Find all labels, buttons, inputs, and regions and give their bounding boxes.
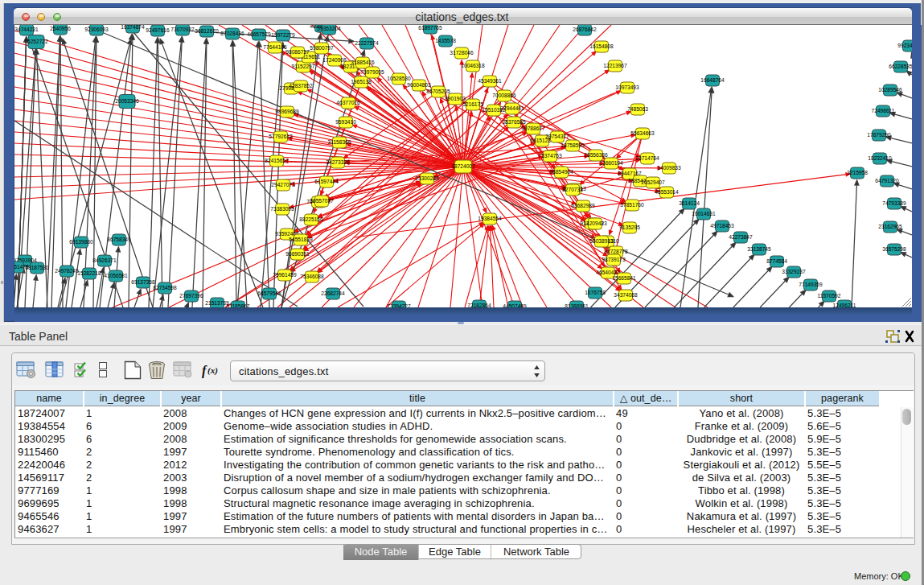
svg-text:21513739: 21513739 (205, 300, 229, 306)
svg-text:32944441: 32944441 (500, 105, 524, 111)
svg-text:8901903: 8901903 (445, 96, 466, 101)
svg-text:30557077: 30557077 (310, 198, 334, 204)
svg-text:26876842: 26876842 (573, 27, 597, 32)
svg-text:86758349: 86758349 (107, 237, 131, 242)
svg-text:16014631: 16014631 (692, 211, 716, 216)
svg-text:59353204: 59353204 (317, 26, 341, 31)
svg-text:79979095: 79979095 (360, 69, 384, 75)
svg-text:64791320: 64791320 (875, 178, 899, 183)
svg-text:77149359: 77149359 (799, 282, 823, 287)
svg-text:91152297: 91152297 (292, 64, 315, 69)
svg-text:1076758: 1076758 (585, 290, 606, 295)
svg-text:49718453: 49718453 (710, 223, 734, 229)
svg-text:75346088: 75346088 (300, 274, 324, 279)
svg-text:85705205: 85705205 (426, 89, 450, 94)
svg-text:59800797: 59800797 (310, 45, 334, 51)
svg-text:22227574: 22227574 (355, 40, 379, 46)
svg-text:18232410: 18232410 (868, 155, 892, 161)
svg-text:66579548: 66579548 (257, 290, 281, 296)
svg-text:46540424: 46540424 (596, 270, 620, 275)
svg-text:36812670: 36812670 (195, 28, 219, 34)
svg-text:13660194: 13660194 (599, 160, 623, 166)
svg-text:92306093: 92306093 (84, 27, 109, 32)
svg-text:73070937: 73070937 (170, 27, 195, 32)
svg-text:98086737: 98086737 (285, 49, 310, 55)
svg-text:98739173: 98739173 (602, 257, 626, 262)
svg-text:22682744: 22682744 (321, 290, 345, 296)
svg-text:8270733: 8270733 (562, 187, 583, 192)
svg-text:3215958: 3215958 (847, 170, 868, 175)
svg-text:99234974: 99234974 (897, 43, 912, 48)
svg-text:26714784: 26714784 (635, 155, 659, 161)
svg-text:46377076: 46377076 (336, 100, 360, 105)
svg-text:74793389: 74793389 (882, 200, 906, 206)
svg-text:33138745: 33138745 (747, 246, 771, 252)
svg-text:10528530: 10528530 (387, 76, 411, 81)
svg-text:42837852: 42837852 (289, 83, 313, 89)
svg-text:31885476: 31885476 (351, 60, 375, 65)
svg-text:19384554: 19384554 (478, 216, 502, 221)
svg-text:84926371: 84926371 (92, 257, 117, 263)
svg-text:8774584: 8774584 (766, 258, 787, 264)
svg-text:63682989: 63682989 (571, 203, 595, 208)
svg-text:68187530: 68187530 (25, 265, 49, 270)
svg-text:79961459: 79961459 (273, 272, 297, 278)
svg-text:10289546: 10289546 (878, 87, 902, 93)
svg-text:14009833: 14009833 (657, 165, 681, 171)
svg-text:73383095: 73383095 (270, 206, 294, 212)
svg-text:1435578: 1435578 (435, 38, 456, 43)
svg-text:96690391: 96690391 (285, 251, 310, 257)
svg-text:34744231: 34744231 (14, 27, 39, 32)
svg-text:15972279: 15972279 (271, 32, 295, 38)
svg-text:73374753: 73374753 (538, 153, 562, 159)
svg-text:69137358: 69137358 (131, 279, 155, 285)
svg-text:66228535: 66228535 (889, 64, 912, 69)
svg-text:17240908: 17240908 (322, 57, 347, 63)
svg-text:75252722: 75252722 (24, 39, 48, 44)
svg-text:82734598: 82734598 (153, 285, 177, 290)
svg-text:55038913: 55038913 (589, 238, 614, 244)
svg-text:11570592: 11570592 (818, 293, 841, 299)
svg-text:69139880: 69139880 (69, 239, 93, 245)
svg-text:18758595: 18758595 (561, 142, 585, 148)
svg-text:9135295: 9135295 (619, 225, 640, 230)
svg-text:54551839: 54551839 (289, 237, 313, 242)
svg-text:15282218: 15282218 (77, 270, 101, 276)
svg-text:10046318: 10046318 (461, 63, 485, 68)
svg-text:7485063: 7485063 (627, 106, 648, 112)
svg-text:23162965: 23162965 (878, 224, 902, 229)
svg-text:12213967: 12213967 (603, 63, 627, 68)
svg-text:42273847: 42273847 (729, 234, 753, 240)
svg-text:33329237: 33329237 (782, 269, 806, 274)
svg-text:34273328: 34273328 (326, 159, 350, 165)
svg-text:45349361: 45349361 (478, 78, 502, 84)
svg-text:1965138: 1965138 (351, 79, 372, 84)
svg-text:f: f (202, 364, 207, 378)
svg-text:18724007: 18724007 (451, 163, 475, 169)
svg-text:34374088: 34374088 (614, 292, 638, 298)
svg-text:98969689: 98969689 (275, 109, 299, 114)
svg-text:82415657: 82415657 (265, 158, 289, 163)
svg-text:9593410: 9593410 (335, 119, 356, 125)
svg-text:10973493: 10973493 (615, 84, 639, 90)
svg-text:29754377: 29754377 (545, 134, 569, 139)
svg-text:90788677: 90788677 (521, 126, 545, 131)
svg-text:26529407: 26529407 (641, 179, 665, 185)
svg-text:14209423: 14209423 (583, 220, 607, 226)
svg-text:96004803: 96004803 (407, 82, 431, 88)
svg-text:87728778: 87728778 (604, 249, 628, 254)
svg-text:87028436: 87028436 (220, 31, 244, 36)
svg-text:27697396: 27697396 (179, 293, 203, 299)
svg-text:5216175: 5216175 (462, 101, 483, 107)
svg-text:2540956: 2540956 (50, 26, 71, 31)
svg-text:70008866: 70008866 (492, 93, 516, 98)
svg-text:16648764: 16648764 (700, 77, 725, 83)
svg-text:55634663: 55634663 (630, 130, 655, 136)
svg-text:31728046: 31728046 (450, 50, 474, 56)
svg-text:36575298: 36575298 (882, 246, 906, 252)
svg-text:16154808: 16154808 (589, 43, 614, 49)
svg-text:17879290: 17879290 (867, 132, 891, 138)
svg-text:20053346: 20053346 (115, 98, 139, 104)
svg-text:26556386: 26556386 (584, 152, 608, 158)
svg-text:77644106: 77644106 (263, 44, 287, 50)
